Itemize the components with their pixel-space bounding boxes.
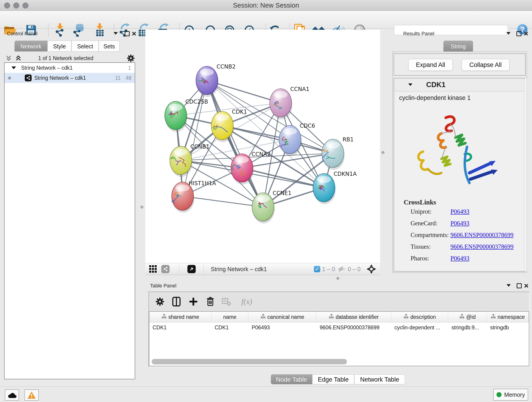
network-row[interactable]: String Network – cdk1 11 48 bbox=[5, 73, 135, 83]
hidden-eye-icon bbox=[338, 266, 346, 273]
table-options-button[interactable] bbox=[154, 296, 165, 307]
node-label-CCNE1: CCNE1 bbox=[273, 190, 291, 196]
tab-string[interactable]: String bbox=[443, 41, 473, 51]
function-builder-button[interactable]: f(x) bbox=[236, 296, 257, 307]
network-view-title: String Network – cdk1 bbox=[211, 263, 267, 275]
show-columns-button[interactable] bbox=[171, 296, 182, 307]
network-edge[interactable] bbox=[207, 80, 263, 207]
float-panel-icon[interactable] bbox=[516, 31, 521, 36]
table-cell[interactable]: stringdb:9... bbox=[448, 322, 487, 332]
protein-card-header[interactable]: CDK1 bbox=[394, 78, 525, 91]
network-node-CDC6[interactable] bbox=[279, 125, 302, 156]
selected-range: 1 – 0 bbox=[322, 266, 335, 273]
network-node-HIST1H1A[interactable] bbox=[172, 182, 194, 213]
node-label-CDC25B: CDC25B bbox=[185, 99, 208, 105]
column-header-namespace[interactable]: namespace bbox=[487, 312, 529, 322]
column-header-shared-name[interactable]: shared name bbox=[149, 312, 211, 322]
expand-all-chevron-icon[interactable] bbox=[6, 55, 12, 61]
crosslinks-list: Uniprot:P06493GeneCard:P06493Compartment… bbox=[394, 208, 526, 267]
crosslink-link[interactable]: 9606.ENSP00000378699 bbox=[450, 243, 513, 250]
birds-eye-view-button[interactable] bbox=[149, 263, 157, 275]
hidden-count-indicator[interactable]: 0 – 0 bbox=[338, 263, 361, 275]
column-header-canonical-name[interactable]: canonical name bbox=[248, 312, 317, 322]
tree-expand-icon[interactable] bbox=[12, 66, 16, 69]
selected-checkbox-icon: ✓ bbox=[314, 266, 320, 272]
results-scrollbar[interactable] bbox=[524, 78, 527, 271]
crosslink-row: GeneCard:P06493 bbox=[394, 220, 526, 231]
shared-column-icon bbox=[162, 314, 167, 320]
hidden-range: 0 – 0 bbox=[348, 266, 361, 273]
close-panel-icon[interactable]: × bbox=[524, 31, 528, 36]
collapse-panel-icon[interactable] bbox=[506, 32, 510, 35]
shared-column-icon bbox=[459, 314, 464, 320]
table-cell[interactable]: CDK1 bbox=[211, 322, 249, 332]
expand-all-button[interactable]: Expand All bbox=[408, 59, 453, 71]
network-node-CDC25B[interactable] bbox=[165, 101, 187, 132]
tab-network[interactable]: Network bbox=[14, 41, 47, 51]
vertical-splitter-handle[interactable] bbox=[381, 151, 385, 154]
vertical-splitter-handle[interactable] bbox=[140, 206, 143, 209]
horizontal-scrollbar[interactable] bbox=[152, 359, 347, 364]
collapse-panel-icon[interactable] bbox=[114, 32, 118, 35]
crosslink-link[interactable]: P06493 bbox=[450, 220, 469, 227]
crosslink-row: Uniprot:P06493 bbox=[394, 208, 526, 220]
collapse-all-button[interactable]: Collapse All bbox=[462, 59, 510, 71]
cloud-icon bbox=[7, 392, 17, 399]
collapse-all-chevron-icon[interactable] bbox=[15, 55, 22, 61]
network-node-CCNA2[interactable] bbox=[231, 154, 254, 185]
collection-count: 1 bbox=[128, 65, 131, 71]
gear-icon[interactable] bbox=[127, 54, 135, 62]
node-label-CCNB2: CCNB2 bbox=[216, 64, 235, 70]
tab-network-table[interactable]: Network Table bbox=[354, 374, 405, 384]
tab-select[interactable]: Select bbox=[71, 41, 99, 51]
network-node-CCNB1[interactable] bbox=[170, 146, 192, 177]
float-panel-icon[interactable] bbox=[125, 31, 130, 36]
tab-sets[interactable]: Sets bbox=[99, 41, 120, 51]
table-row[interactable]: CDK1CDK1P064939606.ENSP00000378699cyclin… bbox=[149, 322, 529, 332]
protein-description: cyclin-dependent kinase 1 bbox=[399, 95, 471, 102]
tab-edge-table[interactable]: Edge Table bbox=[312, 374, 354, 384]
network-node-CCNE1[interactable] bbox=[252, 193, 275, 223]
collection-label: String Network – cdk1 bbox=[21, 65, 73, 71]
table-cell[interactable]: stringdb bbox=[487, 322, 529, 332]
tab-node-table[interactable]: Node Table bbox=[271, 374, 312, 384]
table-cell[interactable]: cyclin-dependent ... bbox=[391, 322, 448, 332]
network-overview-button[interactable] bbox=[161, 263, 170, 275]
cloud-status-button[interactable] bbox=[5, 389, 19, 401]
pan-mode-button[interactable] bbox=[367, 263, 376, 275]
column-header-name[interactable]: name bbox=[211, 312, 249, 322]
column-header--id[interactable]: @id bbox=[448, 312, 487, 322]
column-label: database identifier bbox=[336, 314, 379, 320]
create-column-button[interactable] bbox=[188, 296, 199, 307]
column-header-database-identifier[interactable]: database identifier bbox=[317, 312, 391, 322]
crosslink-link[interactable]: 9606.ENSP00000378699 bbox=[450, 231, 513, 239]
network-node-RB1[interactable] bbox=[322, 139, 345, 170]
network-collection-row[interactable]: String Network – cdk1 1 bbox=[5, 63, 135, 73]
network-node-CDKN1A[interactable] bbox=[313, 173, 336, 204]
warnings-button[interactable] bbox=[25, 389, 39, 401]
close-panel-icon[interactable]: × bbox=[132, 31, 136, 36]
float-panel-icon[interactable] bbox=[517, 283, 522, 288]
column-header-description[interactable]: description bbox=[391, 312, 448, 322]
plus-icon bbox=[189, 297, 198, 306]
network-node-CDK1[interactable] bbox=[211, 111, 234, 142]
tab-style[interactable]: Style bbox=[47, 41, 71, 51]
delete-table-button[interactable] bbox=[221, 296, 232, 307]
collapse-section-icon[interactable] bbox=[408, 83, 412, 86]
table-cell[interactable]: CDK1 bbox=[149, 322, 211, 332]
horizontal-splitter-handle[interactable] bbox=[336, 277, 339, 280]
network-node-CCNB2[interactable] bbox=[196, 66, 219, 97]
network-canvas[interactable]: CCNB2CCNA1CDC25BCDK1CDC6RB1CCNB1CCNA2CDK… bbox=[145, 30, 380, 263]
network-edge[interactable] bbox=[183, 80, 207, 196]
crosslink-link[interactable]: P06493 bbox=[450, 255, 469, 262]
detach-view-button[interactable] bbox=[187, 263, 196, 275]
delete-column-button[interactable] bbox=[205, 296, 216, 307]
table-cell[interactable]: 9606.ENSP00000378699 bbox=[317, 322, 391, 332]
table-cell[interactable]: P06493 bbox=[248, 322, 317, 332]
network-edge[interactable] bbox=[183, 196, 263, 207]
selected-count-indicator[interactable]: ✓ 1 – 0 bbox=[314, 263, 335, 275]
close-panel-icon[interactable]: × bbox=[524, 283, 529, 288]
memory-button[interactable]: Memory bbox=[493, 389, 528, 401]
collapse-panel-icon[interactable] bbox=[507, 284, 511, 287]
crosslink-link[interactable]: P06493 bbox=[450, 208, 469, 215]
